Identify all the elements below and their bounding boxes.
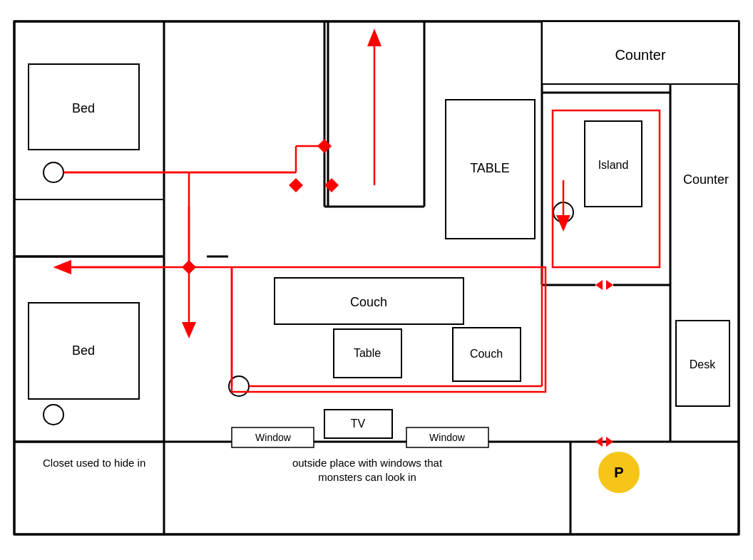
outside-label2: monsters can look in: [318, 471, 416, 483]
parking-label: P: [614, 465, 623, 480]
closet-label: Closet used to hide in: [43, 457, 145, 469]
table-large-label: TABLE: [470, 161, 510, 175]
counter-right-label: Counter: [683, 172, 729, 187]
bed2-label: Bed: [72, 343, 95, 358]
window1-label: Window: [255, 432, 292, 443]
floorplan-canvas: Bed Bed TABLE Counter Island Counter Cou…: [0, 0, 753, 560]
tv-label: TV: [351, 418, 366, 430]
desk-label: Desk: [690, 358, 716, 370]
bed1-label: Bed: [72, 101, 95, 115]
window2-label: Window: [429, 432, 466, 443]
outside-label: outside place with windows that: [292, 457, 443, 469]
counter-top-label: Counter: [615, 47, 665, 63]
table-small-label: Table: [354, 347, 381, 359]
couch-large-label: Couch: [350, 295, 387, 309]
couch-small-label: Couch: [470, 348, 503, 360]
island-label: Island: [598, 159, 629, 171]
